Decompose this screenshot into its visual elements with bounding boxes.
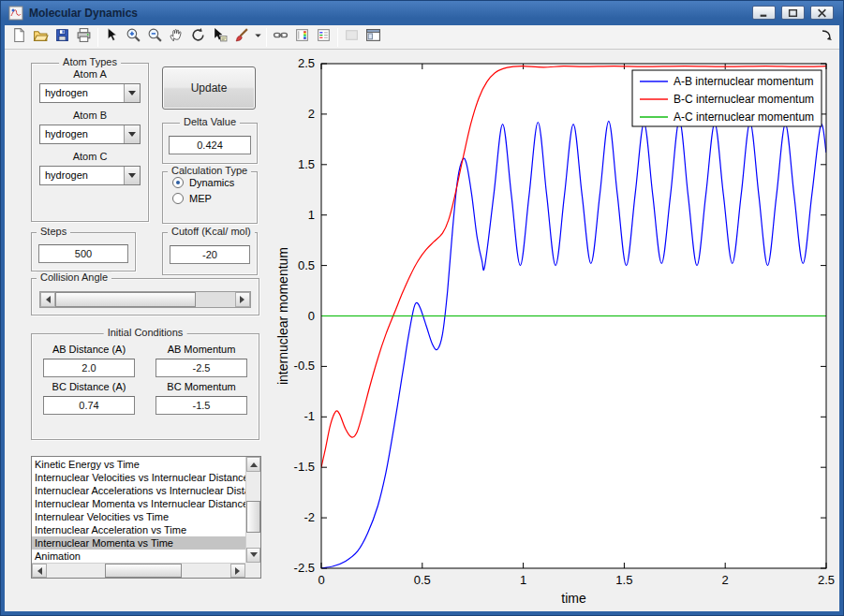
zoom-in-button[interactable]	[123, 27, 144, 48]
minimize-button[interactable]	[752, 6, 776, 20]
list-item[interactable]: Kinetic Energy vs Time	[32, 458, 245, 471]
new-figure-button[interactable]	[8, 27, 30, 48]
delta-value-input[interactable]	[169, 136, 251, 154]
ab-distance-input[interactable]	[43, 359, 135, 377]
y-tick-label: 2.5	[298, 56, 315, 70]
atom-a-dropdown[interactable]: hydrogen	[39, 83, 141, 103]
open-file-button[interactable]	[30, 27, 52, 48]
toolbar-separator	[266, 28, 267, 47]
insert-legend-button[interactable]	[313, 27, 334, 48]
list-item[interactable]: Internuclear Acceleration vs Time	[32, 523, 245, 536]
hide-plot-tools-icon	[344, 27, 360, 47]
steps-input[interactable]	[38, 244, 128, 263]
close-icon	[817, 8, 827, 18]
radio-dynamics-icon[interactable]	[172, 177, 184, 188]
slider-track[interactable]	[196, 292, 235, 307]
collision-angle-panel: Collision Angle	[31, 278, 259, 315]
slider-right-arrow[interactable]	[235, 292, 250, 307]
left-triangle-icon	[42, 296, 51, 303]
list-item[interactable]: Internuclear Momenta vs Time	[32, 536, 245, 550]
insert-legend-icon	[316, 27, 332, 47]
chevron-down-icon[interactable]	[124, 167, 140, 184]
link-plot-button[interactable]	[270, 27, 291, 48]
hide-plot-tools-button[interactable]	[341, 27, 363, 48]
radio-dynamics[interactable]: Dynamics	[172, 177, 257, 188]
x-tick-label: 1.5	[615, 573, 632, 587]
save-figure-icon	[54, 27, 70, 47]
ab-distance-label: AB Distance (A)	[43, 344, 135, 359]
atom-c-dropdown[interactable]: hydrogen	[39, 166, 141, 185]
scroll-down-arrow[interactable]	[246, 548, 260, 563]
list-item[interactable]: Internuclear Momenta vs Internuclear Dis…	[32, 497, 245, 510]
listbox-horizontal-scrollbar[interactable]	[32, 563, 245, 578]
rotate-3d-icon	[190, 27, 206, 47]
left-triangle-icon	[34, 567, 42, 575]
slider-thumb[interactable]	[55, 292, 196, 307]
minimize-icon	[759, 8, 769, 18]
delta-value-panel: Delta Value	[162, 123, 258, 164]
y-tick-label: -2	[304, 510, 315, 524]
print-figure-button[interactable]	[73, 27, 95, 48]
bc-momentum-input[interactable]	[155, 396, 247, 415]
update-button[interactable]: Update	[162, 66, 256, 110]
bc-distance-label: BC Distance (A)	[43, 381, 135, 396]
edit-plot-button[interactable]	[101, 27, 123, 48]
cutoff-input[interactable]	[170, 245, 250, 264]
zoom-out-icon	[147, 27, 163, 47]
x-axis-label: time	[561, 591, 586, 606]
close-button[interactable]	[810, 6, 834, 20]
chevron-down-icon[interactable]	[124, 125, 140, 143]
list-item[interactable]: Internuclear Velocities vs Internuclear …	[32, 471, 245, 484]
x-tick-label: 2	[722, 573, 729, 587]
list-item[interactable]: Internulear Velocities vs Time	[32, 510, 245, 523]
initial-conditions-panel: Initial Conditions AB Distance (A)AB Mom…	[31, 333, 259, 440]
app-icon	[8, 6, 23, 21]
atom-c-label: Atom C	[32, 151, 148, 165]
slider-left-arrow[interactable]	[40, 292, 55, 307]
save-figure-button[interactable]	[52, 27, 73, 48]
atom-a-selected-value: hydrogen	[40, 84, 124, 102]
list-item[interactable]: Internuclear Accelerations vs Internucle…	[32, 484, 245, 497]
scroll-left-arrow[interactable]	[32, 564, 47, 578]
show-plot-tools-button[interactable]	[363, 27, 384, 48]
horizontal-scroll-thumb[interactable]	[105, 564, 182, 578]
atom-types-panel: Atom Types Atom AhydrogenAtom BhydrogenA…	[31, 63, 149, 222]
plot-type-listbox[interactable]: Kinetic Energy vs TimeInternuclear Veloc…	[31, 456, 261, 579]
edit-plot-icon	[104, 27, 120, 47]
vertical-scroll-thumb[interactable]	[246, 501, 260, 533]
list-item[interactable]: Animation	[32, 550, 245, 563]
bc-distance-input[interactable]	[43, 396, 135, 415]
listbox-vertical-scrollbar[interactable]	[245, 457, 260, 563]
pan-button[interactable]	[166, 27, 187, 48]
maximize-button[interactable]	[781, 6, 805, 20]
titlebar[interactable]: Molecular Dynamics	[1, 1, 843, 25]
radio-mep-icon[interactable]	[172, 193, 184, 204]
atom-a-label: Atom A	[32, 68, 148, 82]
y-tick-label: 1.5	[298, 157, 315, 171]
brush-menu-icon	[250, 27, 266, 47]
data-cursor-button[interactable]	[209, 27, 230, 48]
scroll-right-arrow[interactable]	[230, 564, 245, 578]
chevron-down-icon[interactable]	[124, 84, 140, 102]
collision-angle-slider[interactable]	[39, 291, 251, 308]
y-tick-label: 2	[308, 107, 315, 121]
ab-momentum-input[interactable]	[155, 359, 247, 377]
legend-entry-label: A-C internuclear momentum	[674, 110, 814, 124]
legend-entry-label: A-B internuclear momentum	[674, 75, 813, 88]
insert-colorbar-icon	[294, 27, 310, 47]
plot-canvas[interactable]: -2.5-2-1.5-1-0.500.511.522.500.511.522.5…	[274, 50, 842, 611]
atom-b-dropdown[interactable]: hydrogen	[39, 125, 141, 144]
zoom-out-button[interactable]	[144, 27, 166, 48]
new-figure-icon	[11, 27, 27, 47]
y-tick-label: -0.5	[294, 359, 315, 373]
brush-menu-button[interactable]	[252, 27, 263, 48]
dock-figure-icon[interactable]	[820, 28, 835, 43]
rotate-3d-button[interactable]	[187, 27, 209, 48]
y-tick-label: -2.5	[294, 561, 315, 575]
figure-toolbar	[5, 25, 839, 50]
insert-colorbar-button[interactable]	[291, 27, 313, 48]
y-tick-label: 1	[308, 208, 315, 222]
calculation-type-panel-title: Calculation Type	[168, 165, 251, 176]
radio-mep[interactable]: MEP	[172, 193, 257, 204]
scroll-up-arrow[interactable]	[246, 457, 260, 472]
